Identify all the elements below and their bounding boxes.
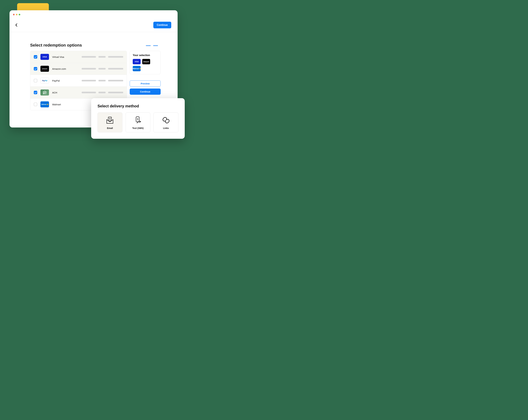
back-button[interactable] bbox=[15, 23, 19, 27]
detail-skeleton bbox=[73, 80, 123, 81]
delivery-label: Links bbox=[163, 127, 169, 129]
checkbox[interactable] bbox=[34, 55, 37, 59]
page-header: Continue bbox=[10, 18, 178, 32]
checkbox[interactable] bbox=[34, 103, 37, 106]
option-label: Amazon.com bbox=[52, 68, 70, 70]
email-icon: $ bbox=[105, 116, 115, 124]
delivery-option-sms[interactable]: $ Text (SMS) bbox=[126, 113, 150, 132]
checkbox[interactable] bbox=[34, 67, 37, 70]
checkbox[interactable] bbox=[34, 91, 37, 94]
amazon-icon: amazon bbox=[142, 59, 150, 64]
window-zoom-icon[interactable] bbox=[19, 14, 20, 15]
preview-button[interactable]: Preview bbox=[130, 80, 161, 87]
paypal-icon: PayPal bbox=[40, 78, 49, 84]
svg-text:$: $ bbox=[109, 118, 111, 120]
ach-icon: $ bbox=[40, 90, 49, 95]
page-title: Select redemption options bbox=[30, 43, 82, 48]
continue-button-top[interactable]: Continue bbox=[153, 22, 171, 28]
svg-text:$: $ bbox=[137, 118, 138, 120]
option-label: Walmart bbox=[52, 103, 70, 106]
delivery-title: Select delivery method bbox=[97, 104, 178, 108]
delivery-option-email[interactable]: $ Email bbox=[97, 113, 122, 132]
selection-title: Your selection bbox=[133, 54, 158, 57]
progress-indicator bbox=[146, 45, 158, 46]
window-close-icon[interactable] bbox=[13, 14, 15, 15]
detail-skeleton bbox=[73, 56, 123, 58]
delivery-label: Text (SMS) bbox=[132, 127, 144, 129]
option-row-ach[interactable]: $ ACH bbox=[30, 87, 127, 99]
selection-badges: VISA amazon Walmart bbox=[133, 59, 158, 71]
visa-icon: VISA bbox=[40, 54, 49, 60]
option-label: Virtual Visa bbox=[52, 56, 70, 58]
delivery-method-card: Select delivery method $ Email $ Text (S… bbox=[91, 98, 185, 139]
option-label: ACH bbox=[52, 91, 70, 94]
option-label: PayPal bbox=[52, 79, 70, 82]
continue-button-side[interactable]: Continue bbox=[130, 89, 161, 95]
your-selection-card: Your selection VISA amazon Walmart bbox=[130, 51, 161, 74]
walmart-icon: Walmart bbox=[40, 101, 49, 107]
link-icon bbox=[161, 116, 171, 124]
option-row-visa[interactable]: VISA Virtual Visa bbox=[30, 51, 127, 63]
traffic-lights bbox=[13, 14, 20, 15]
amazon-icon: amazon bbox=[40, 66, 49, 72]
progress-tick bbox=[146, 45, 151, 46]
detail-skeleton bbox=[73, 68, 123, 69]
walmart-icon: Walmart bbox=[133, 66, 141, 71]
window-minimize-icon[interactable] bbox=[16, 14, 17, 15]
sms-icon: $ bbox=[133, 116, 143, 124]
action-buttons: Preview Continue bbox=[130, 80, 161, 95]
detail-skeleton bbox=[73, 92, 123, 93]
checkbox[interactable] bbox=[34, 79, 37, 82]
delivery-label: Email bbox=[107, 127, 113, 129]
delivery-options: $ Email $ Text (SMS) Links bbox=[97, 113, 178, 132]
progress-tick bbox=[153, 45, 158, 46]
visa-icon: VISA bbox=[133, 59, 141, 64]
delivery-option-links[interactable]: Links bbox=[154, 113, 178, 132]
option-row-paypal[interactable]: PayPal PayPal bbox=[30, 75, 127, 87]
option-row-amazon[interactable]: amazon Amazon.com bbox=[30, 63, 127, 75]
